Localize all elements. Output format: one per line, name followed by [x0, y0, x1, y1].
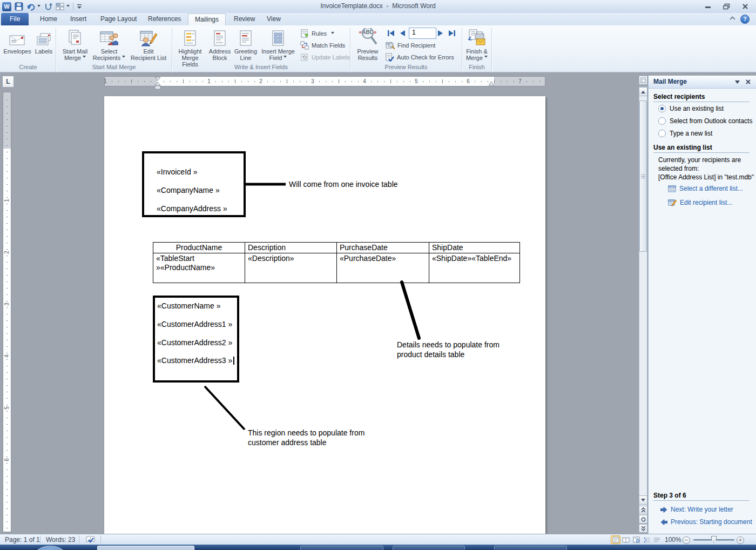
zoom-out-button[interactable]: −	[683, 536, 690, 544]
next-page-button[interactable]	[639, 524, 647, 533]
ruler-tick	[6, 165, 8, 165]
match-fields-button[interactable]: Match Fields	[300, 41, 345, 50]
radio-use-existing-list[interactable]: Use an existing list	[658, 105, 724, 112]
spellcheck-status-icon[interactable]	[85, 535, 96, 544]
ruler-tick	[241, 81, 242, 82]
product-merge-table[interactable]: ProductName Description PurchaseDate Shi…	[153, 242, 520, 283]
ruler-tick	[6, 502, 8, 502]
start-mail-merge-button[interactable]: Start MailMerge	[58, 27, 92, 63]
address-block-button[interactable]: AddressBlock	[206, 27, 233, 63]
tab-references[interactable]: References	[141, 14, 187, 25]
wizard-previous-link[interactable]: Previous: Starting document	[660, 518, 752, 526]
ruler-tick	[6, 294, 8, 295]
wizard-next-link[interactable]: Next: Write your letter	[660, 506, 733, 513]
tab-mailings[interactable]: Mailings	[188, 14, 226, 25]
page-count-status[interactable]: Page: 1 of 1	[5, 536, 40, 544]
taskbar-app-button[interactable]	[494, 546, 567, 550]
finish-and-merge-button[interactable]: Finish &Merge	[463, 27, 490, 63]
taskbar-app-button[interactable]	[300, 546, 383, 550]
edit-recipient-list-button[interactable]: EditRecipient List	[126, 27, 171, 63]
minimize-icon[interactable]	[705, 3, 711, 10]
vertical-scrollbar	[639, 76, 648, 534]
ruler-tick	[6, 424, 8, 425]
zoom-slider-thumb[interactable]	[711, 536, 717, 543]
horizontal-ruler[interactable]: 11234567	[104, 76, 545, 86]
radio-selected-icon	[658, 105, 666, 112]
scrollbar-thumb[interactable]	[639, 100, 647, 252]
invoice-annotation: Will come from one invoice table	[289, 179, 398, 189]
insert-merge-field-icon	[259, 27, 297, 46]
document-page[interactable]: «InvoiceId » «CompanyName » «CompanyAddr…	[104, 96, 545, 534]
radio-select-from-outlook[interactable]: Select from Outlook contacts	[658, 117, 752, 125]
auto-check-for-errors-button[interactable]: Auto Check for Errors	[386, 52, 454, 62]
highlight-merge-fields-button[interactable]: HighlightMerge Fields	[174, 27, 206, 63]
word-count-status[interactable]: Words: 23	[46, 536, 75, 544]
insert-merge-field-button[interactable]: Insert MergeField	[259, 27, 297, 63]
indent-markers-icon[interactable]	[154, 77, 161, 91]
group-label-preview-results: Preview Results	[350, 64, 462, 70]
pane-options-icon[interactable]	[735, 81, 740, 84]
record-number-input[interactable]: 1	[409, 28, 436, 39]
help-icon[interactable]: ?	[740, 15, 750, 24]
print-layout-view-button[interactable]	[611, 535, 620, 544]
current-recipients-text: Currently, your recipients are selected …	[658, 156, 741, 173]
ruler-tick	[6, 210, 8, 211]
right-indent-marker-icon[interactable]	[488, 81, 495, 86]
rules-button[interactable]: Rules	[300, 29, 334, 38]
tab-insert[interactable]: Insert	[64, 14, 93, 25]
zoom-in-button[interactable]: +	[737, 536, 744, 544]
scroll-down-icon[interactable]	[639, 495, 647, 505]
last-record-button[interactable]	[447, 28, 457, 38]
greeting-line-icon	[233, 27, 258, 46]
envelopes-button[interactable]: Envelopes	[2, 27, 32, 63]
tab-file[interactable]: File	[1, 13, 29, 25]
restore-icon[interactable]	[723, 3, 730, 10]
ruler-number: 5	[413, 78, 420, 84]
preview-results-button[interactable]: «ABC» PreviewResults	[352, 27, 383, 63]
pane-close-icon[interactable]	[746, 79, 751, 84]
tab-view[interactable]: View	[260, 14, 287, 25]
find-recipient-button[interactable]: Find Recipient	[386, 41, 435, 50]
outline-view-button[interactable]	[642, 535, 651, 544]
dropdown-arrow-icon	[284, 56, 287, 59]
ruler-tick	[267, 81, 268, 82]
ruler-tick	[287, 79, 287, 83]
greeting-line-button[interactable]: GreetingLine	[233, 27, 258, 63]
select-different-list-link[interactable]: Select a different list...	[668, 185, 743, 192]
web-layout-view-button[interactable]	[631, 535, 641, 544]
toggle-ruler-button[interactable]	[639, 76, 647, 85]
ruler-tick	[377, 81, 378, 82]
draft-view-button[interactable]	[652, 535, 662, 544]
ruler-number: 5	[4, 405, 10, 411]
ruler-tick	[6, 184, 8, 185]
select-browse-object-button[interactable]	[639, 515, 647, 524]
tab-home[interactable]: Home	[33, 14, 64, 25]
taskbar-app-button[interactable]	[393, 546, 465, 550]
radio-type-new-list[interactable]: Type a new list	[658, 130, 712, 137]
close-icon[interactable]	[742, 3, 748, 10]
collapse-ribbon-icon[interactable]	[730, 16, 735, 21]
ruler-tick	[138, 81, 138, 82]
next-record-button[interactable]	[436, 28, 446, 38]
first-record-button[interactable]	[386, 28, 395, 38]
vertical-ruler[interactable]: 123456	[3, 92, 11, 532]
previous-page-button[interactable]	[639, 506, 647, 514]
ruler-tick	[170, 81, 171, 82]
ruler-tick	[6, 495, 8, 496]
previous-record-button[interactable]	[397, 28, 407, 38]
scroll-up-icon[interactable]	[639, 87, 647, 96]
full-screen-reading-view-button[interactable]	[621, 535, 631, 544]
divider	[653, 102, 750, 102]
select-recipients-button[interactable]: SelectRecipients	[92, 27, 126, 63]
tab-stop-selector[interactable]: L	[2, 76, 14, 88]
ruler-tick	[6, 411, 8, 412]
start-button[interactable]	[30, 546, 71, 550]
tab-review[interactable]: Review	[227, 14, 261, 25]
edit-recipient-list-link[interactable]: Edit recipient list...	[668, 199, 732, 206]
taskbar-app-button[interactable]	[97, 546, 194, 550]
labels-button[interactable]: Labels	[32, 27, 55, 63]
tab-page-layout[interactable]: Page Layout	[94, 14, 143, 25]
zoom-level-status[interactable]: 100%	[665, 536, 681, 544]
ruler-tick	[475, 81, 475, 82]
table-header-row: ProductName Description PurchaseDate Shi…	[153, 243, 520, 253]
